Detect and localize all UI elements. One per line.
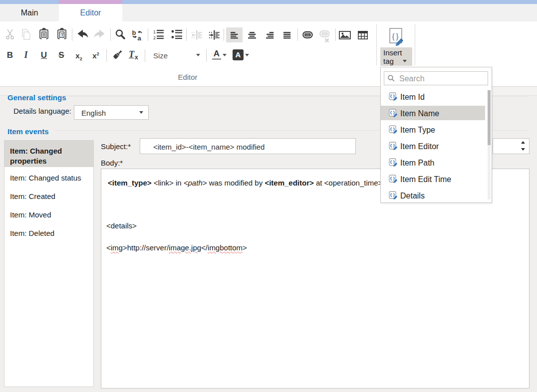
svg-text:T: T: [61, 32, 64, 37]
svg-text:a: a: [138, 34, 142, 41]
svg-text:1: 1: [153, 29, 156, 34]
svg-text:b: b: [132, 29, 136, 36]
svg-text:}: }: [396, 32, 399, 40]
svg-text:2: 2: [153, 35, 156, 40]
svg-text:{: {: [392, 32, 395, 40]
